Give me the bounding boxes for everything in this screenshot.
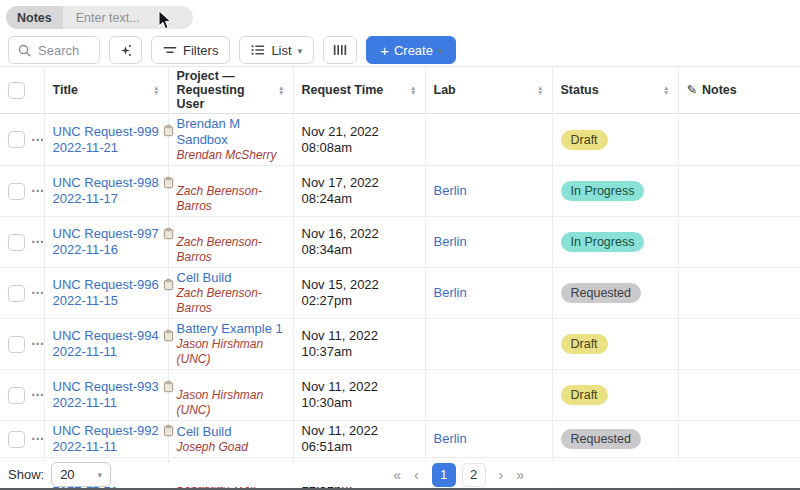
- sparkles-button[interactable]: [109, 36, 142, 64]
- row-menu-button[interactable]: ⋯: [31, 431, 45, 447]
- chevron-down-icon: ▾: [438, 47, 443, 56]
- notes-cell[interactable]: [678, 370, 800, 421]
- notes-cell[interactable]: [678, 217, 800, 268]
- column-header-notes[interactable]: ✎ Notes: [678, 67, 800, 114]
- request-date-link[interactable]: 2022-11-16: [53, 242, 160, 258]
- row-checkbox[interactable]: [8, 285, 25, 302]
- request-date-link[interactable]: 2022-11-11: [53, 344, 160, 360]
- row-menu-button[interactable]: ⋯: [31, 387, 45, 403]
- sort-icon[interactable]: ▲▼: [663, 85, 669, 96]
- sort-icon[interactable]: ▲▼: [153, 85, 159, 96]
- status-cell: Draft: [552, 319, 678, 370]
- prev-page-button[interactable]: ‹: [414, 467, 419, 483]
- columns-button[interactable]: [323, 36, 357, 64]
- lab-link[interactable]: Berlin: [434, 285, 467, 300]
- notes-cell[interactable]: [678, 421, 800, 458]
- status-badge: Draft: [561, 130, 608, 150]
- project-cell: Zach Berenson-Barros: [168, 217, 293, 268]
- clipboard-icon: [163, 278, 174, 291]
- table-row: ⋯UNC Request-9982022-11-17Zach Berenson-…: [0, 166, 800, 217]
- lab-link[interactable]: Berlin: [434, 431, 467, 446]
- row-checkbox[interactable]: [8, 431, 25, 448]
- filters-button[interactable]: Filters: [151, 36, 230, 64]
- project-link[interactable]: Battery Example 1: [177, 321, 285, 337]
- request-title-link[interactable]: UNC Request-993: [53, 379, 159, 395]
- table-row: ⋯UNC Request-9992022-11-21Brendan M Sand…: [0, 114, 800, 166]
- sort-icon[interactable]: ▲▼: [410, 85, 416, 96]
- request-date-link[interactable]: 2022-11-11: [53, 395, 160, 411]
- row-menu-button[interactable]: ⋯: [31, 183, 45, 199]
- row-menu-button[interactable]: ⋯: [31, 132, 45, 148]
- select-cell: ⋯: [0, 421, 44, 458]
- request-date-link[interactable]: 2022-11-21: [53, 140, 160, 156]
- column-header-status[interactable]: Status ▲▼: [552, 67, 678, 114]
- lab-link[interactable]: Berlin: [434, 234, 467, 249]
- project-cell: Brendan M SandboxBrendan McSherry: [168, 114, 293, 166]
- row-menu-button[interactable]: ⋯: [31, 285, 45, 301]
- lab-link[interactable]: Berlin: [434, 183, 467, 198]
- clipboard-icon: [163, 124, 174, 137]
- row-menu-button[interactable]: ⋯: [31, 234, 45, 250]
- request-title-link[interactable]: UNC Request-992: [53, 423, 159, 439]
- footer: Show: 20 ▾ « ‹ 12 › »: [0, 462, 800, 487]
- create-button[interactable]: + Create ▾: [366, 36, 456, 64]
- select-all-checkbox[interactable]: [8, 82, 25, 99]
- notes-text-input[interactable]: Enter text...: [63, 6, 193, 29]
- sort-icon[interactable]: ▲▼: [278, 85, 284, 96]
- last-page-button[interactable]: »: [516, 467, 524, 483]
- title-cell: UNC Request-9972022-11-16: [44, 217, 168, 268]
- notes-cell[interactable]: [678, 114, 800, 166]
- request-date-link[interactable]: 2022-11-15: [53, 293, 160, 309]
- row-checkbox[interactable]: [8, 234, 25, 251]
- status-cell: Draft: [552, 370, 678, 421]
- lab-cell: Berlin: [425, 421, 552, 458]
- page-size-select[interactable]: 20 ▾: [51, 462, 111, 487]
- request-title-link[interactable]: UNC Request-998: [53, 175, 159, 191]
- notes-cell[interactable]: [678, 166, 800, 217]
- column-header-project[interactable]: Project — Requesting User ▲▼: [168, 67, 293, 114]
- page-button-1[interactable]: 1: [432, 463, 456, 487]
- project-link[interactable]: Cell Build: [177, 270, 285, 286]
- request-title-link[interactable]: UNC Request-994: [53, 328, 159, 344]
- first-page-button[interactable]: «: [393, 467, 401, 483]
- title-cell: UNC Request-9922022-11-11: [44, 421, 168, 458]
- project-link[interactable]: [177, 372, 285, 388]
- requests-table: Title ▲▼ Project — Requesting User ▲▼ Re…: [0, 66, 800, 490]
- request-title-link[interactable]: UNC Request-999: [53, 124, 159, 140]
- sort-icon[interactable]: ▲▼: [537, 85, 543, 96]
- notes-cell[interactable]: [678, 268, 800, 319]
- requesting-user: Jason Hirshman (UNC): [177, 337, 285, 367]
- search-input[interactable]: Search: [8, 36, 100, 64]
- notes-cell[interactable]: [678, 319, 800, 370]
- request-date-link[interactable]: 2022-11-11: [53, 439, 160, 455]
- next-page-button[interactable]: ›: [499, 467, 504, 483]
- select-all-header: [0, 67, 44, 114]
- lab-cell: Berlin: [425, 268, 552, 319]
- project-cell: Cell BuildJoseph Goad: [168, 421, 293, 458]
- project-link[interactable]: [177, 219, 285, 235]
- column-header-lab[interactable]: Lab ▲▼: [425, 67, 552, 114]
- row-checkbox[interactable]: [8, 183, 25, 200]
- row-checkbox[interactable]: [8, 387, 25, 404]
- request-title-link[interactable]: UNC Request-996: [53, 277, 159, 293]
- title-cell: UNC Request-9932022-11-11: [44, 370, 168, 421]
- project-link[interactable]: Cell Build: [177, 424, 285, 440]
- page-buttons: 12: [432, 463, 486, 487]
- request-title-link[interactable]: UNC Request-997: [53, 226, 159, 242]
- column-header-request-time[interactable]: Request Time ▲▼: [293, 67, 425, 114]
- project-link[interactable]: Brendan M Sandbox: [177, 116, 285, 148]
- select-cell: ⋯: [0, 370, 44, 421]
- table-row: ⋯UNC Request-9972022-11-16Zach Berenson-…: [0, 217, 800, 268]
- project-link[interactable]: [177, 168, 285, 184]
- row-checkbox[interactable]: [8, 336, 25, 353]
- request-date-link[interactable]: 2022-11-17: [53, 191, 160, 207]
- status-cell: In Progress: [552, 166, 678, 217]
- table-row: ⋯UNC Request-9942022-11-11Battery Exampl…: [0, 319, 800, 370]
- list-view-button[interactable]: List ▾: [239, 36, 314, 64]
- clipboard-icon: [163, 380, 174, 393]
- page-button-2[interactable]: 2: [462, 463, 486, 487]
- mouse-cursor-icon: [156, 10, 173, 30]
- column-header-title[interactable]: Title ▲▼: [44, 67, 168, 114]
- row-menu-button[interactable]: ⋯: [31, 336, 45, 352]
- row-checkbox[interactable]: [8, 131, 25, 148]
